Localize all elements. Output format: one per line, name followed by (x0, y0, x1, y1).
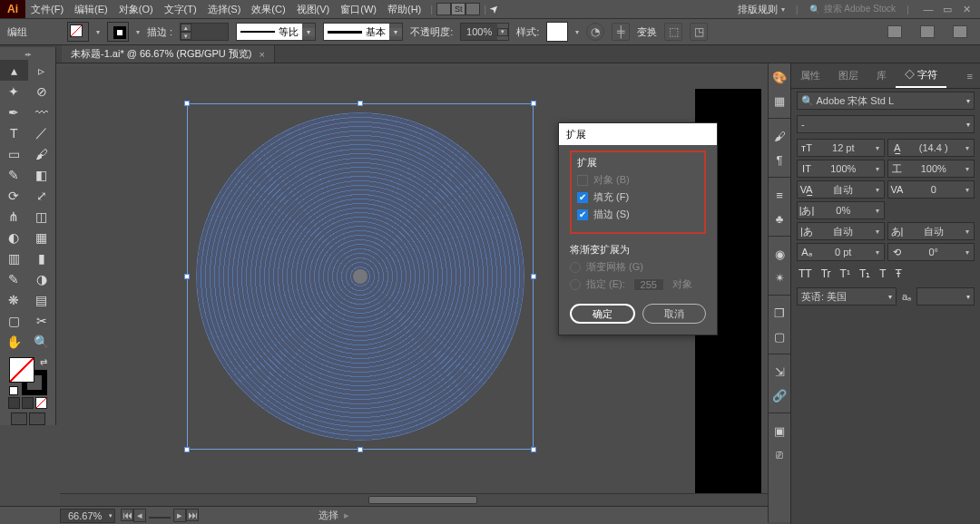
baseline-field[interactable]: Aₐ0 pt▾ (797, 243, 885, 261)
color-mode-gradient[interactable] (22, 397, 34, 409)
menu-edit[interactable]: 编辑(E) (69, 3, 113, 16)
symbol-sprayer-tool[interactable]: ❋ (0, 289, 28, 310)
transform-label[interactable]: 变换 (637, 25, 657, 39)
leading-field[interactable]: A̲(14.4 )▾ (887, 139, 975, 157)
swatches-panel-icon[interactable]: ▦ (771, 92, 788, 109)
tab-libraries[interactable]: 库 (867, 63, 896, 88)
actions-panel-icon[interactable]: ▣ (771, 422, 788, 439)
brushes-panel-icon[interactable]: 🖌 (771, 128, 788, 144)
checkbox-stroke-row[interactable]: ✔ 描边 (S) (577, 208, 699, 221)
graphic-styles-icon[interactable]: ✴ (771, 269, 788, 286)
rotation-field[interactable]: ⟲0°▾ (887, 243, 975, 261)
horizontal-scrollbar[interactable] (60, 493, 768, 506)
hscale-field[interactable]: 工100%▾ (887, 160, 975, 178)
vscale-field[interactable]: IT100%▾ (797, 160, 885, 178)
strikethrough-button[interactable]: Ŧ (896, 267, 902, 280)
fill-stroke-control[interactable]: ⇄ (9, 357, 47, 395)
slice-tool[interactable]: ✂ (28, 310, 56, 331)
edit-icon[interactable]: ◳ (690, 23, 708, 41)
panel-menu-icon[interactable]: ≡ (960, 71, 980, 82)
symbols-panel-icon[interactable]: ¶ (771, 151, 788, 168)
color-panel-icon[interactable]: 🎨 (771, 69, 788, 85)
nav-last[interactable]: ⏭ (186, 509, 199, 521)
css-panel-icon[interactable]: ⎚ (771, 446, 788, 462)
links-panel-icon[interactable]: 🔗 (771, 387, 788, 403)
screen-mode-icon[interactable] (29, 412, 45, 425)
handle-br[interactable] (531, 447, 536, 452)
checkbox-fill-row[interactable]: ✔ 填充 (F) (577, 190, 699, 204)
scale-tool[interactable]: ⤢ (28, 185, 56, 206)
artboard-tool[interactable]: ▢ (0, 310, 28, 331)
align-icon[interactable]: ╪ (612, 23, 630, 41)
subscript-button[interactable]: T₁ (859, 267, 870, 280)
stroke-panel-icon[interactable]: ≡ (771, 187, 788, 203)
font-style-dropdown[interactable]: -▾ (797, 115, 975, 133)
tab-layers[interactable]: 图层 (829, 63, 867, 88)
selection-tool[interactable]: ▴ (0, 60, 28, 81)
isolate-icon[interactable]: ⬚ (664, 23, 682, 41)
underline-button[interactable]: T (879, 267, 886, 280)
menu-select[interactable]: 选择(S) (202, 3, 247, 16)
tsume-field[interactable]: |あ|0%▾ (797, 201, 885, 219)
aki-field2[interactable]: あ|自动▾ (887, 222, 975, 240)
antialias-dropdown[interactable]: ▾ (916, 287, 975, 306)
selection-bounding-box[interactable] (187, 103, 534, 450)
width-tool[interactable]: ⋔ (0, 206, 28, 227)
curvature-tool[interactable]: 〰 (28, 102, 56, 122)
opacity-field[interactable]: 100%▾ (460, 23, 509, 41)
fill-color-icon[interactable] (9, 357, 34, 383)
allcaps-button[interactable]: TT (799, 267, 812, 280)
language-dropdown[interactable]: 英语: 美国▾ (797, 287, 897, 306)
menu-effect[interactable]: 效果(C) (246, 3, 290, 16)
recolor-icon[interactable]: ◔ (586, 23, 604, 41)
close-button[interactable]: ✕ (958, 4, 975, 15)
cancel-button[interactable]: 取消 (642, 304, 706, 324)
handle-mb[interactable] (358, 447, 363, 452)
pen-tool[interactable]: ✒ (0, 102, 28, 122)
stroke-weight-field[interactable]: ▴▾ (180, 23, 229, 41)
menu-file[interactable]: 文件(F) (25, 3, 69, 16)
graph-tool[interactable]: ▤ (28, 289, 56, 310)
free-transform-tool[interactable]: ◫ (28, 206, 56, 227)
appearance-panel-icon[interactable]: ◉ (771, 246, 788, 262)
brush-def-dropdown[interactable]: 基本▾ (323, 23, 403, 41)
mesh-tool[interactable]: ▥ (0, 247, 28, 268)
stroke-profile-dropdown[interactable]: 等比▾ (236, 23, 316, 41)
scroll-thumb[interactable] (368, 496, 477, 504)
eyedropper-tool[interactable]: ✎ (0, 268, 28, 289)
paintbrush-tool[interactable]: 🖌 (28, 143, 56, 164)
panel-toggle-2[interactable] (920, 25, 935, 38)
color-mode-none[interactable] (35, 397, 47, 409)
aki-field[interactable]: |あ自动▾ (797, 222, 885, 240)
dialog-title[interactable]: 扩展 (559, 123, 717, 145)
kerning-field[interactable]: VA̲自动▾ (797, 180, 885, 199)
font-family-dropdown[interactable]: 🔍 Adobe 宋体 Std L▾ (797, 92, 975, 110)
panel-toggle-1[interactable] (887, 25, 902, 38)
gradient-panel-icon[interactable]: ♣ (771, 210, 788, 227)
bridge-icon[interactable] (436, 3, 451, 15)
artboards-panel-icon[interactable]: ▢ (771, 328, 788, 344)
toolbox-grip[interactable]: ◂▸ (0, 51, 55, 60)
layout-dropdown[interactable]: 排版规则▾ (738, 3, 785, 16)
superscript-button[interactable]: T¹ (840, 267, 850, 280)
nav-prev[interactable]: ◂ (133, 509, 146, 522)
checkbox-stroke[interactable]: ✔ (577, 209, 588, 220)
menu-type[interactable]: 文字(T) (159, 3, 202, 16)
color-mode-solid[interactable] (8, 397, 20, 409)
document-tab[interactable]: 未标题-1.ai* @ 66.67% (RGB/GPU 预览) × (62, 45, 275, 63)
rectangle-tool[interactable]: ▭ (0, 143, 28, 164)
eraser-tool[interactable]: ◧ (28, 164, 56, 185)
minimize-button[interactable]: — (920, 4, 936, 15)
adobe-stock-search[interactable]: 🔍搜索 Adobe Stock (809, 3, 896, 15)
rotate-tool[interactable]: ⟳ (0, 185, 28, 206)
line-tool[interactable]: ／ (28, 122, 56, 143)
shape-builder-tool[interactable]: ◐ (0, 227, 28, 247)
draw-mode-icon[interactable] (11, 412, 27, 425)
menu-help[interactable]: 帮助(H) (382, 3, 426, 16)
handle-ml[interactable] (184, 274, 190, 279)
layers-panel-icon[interactable]: ❐ (771, 305, 788, 321)
handle-mr[interactable] (531, 274, 536, 279)
magic-wand-tool[interactable]: ✦ (0, 81, 28, 102)
tracking-field[interactable]: VA0▾ (887, 180, 975, 199)
stock-icon[interactable]: St (451, 3, 466, 15)
